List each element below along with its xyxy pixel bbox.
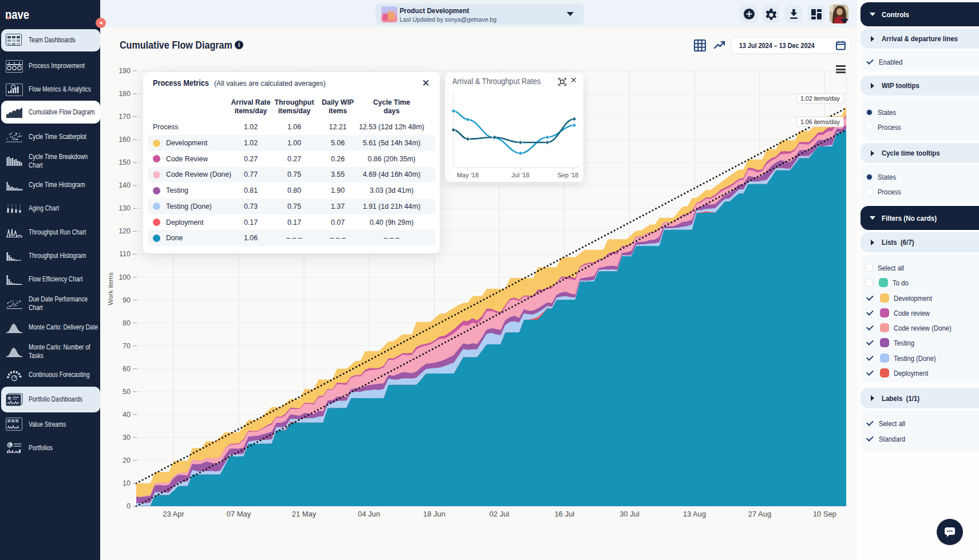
svg-text:13 Aug: 13 Aug (683, 510, 706, 518)
svg-text:180: 180 (119, 90, 131, 98)
svg-text:0: 0 (127, 502, 131, 510)
svg-text:110: 110 (119, 250, 131, 258)
svg-text:30 Jul: 30 Jul (619, 510, 639, 518)
svg-text:30: 30 (123, 434, 131, 442)
svg-text:190: 190 (119, 67, 131, 75)
svg-text:50: 50 (123, 388, 131, 396)
svg-text:18 Jun: 18 Jun (423, 510, 445, 518)
svg-text:07 May: 07 May (227, 510, 251, 518)
svg-text:60: 60 (123, 365, 131, 373)
svg-text:100: 100 (119, 273, 131, 281)
svg-text:27 Aug: 27 Aug (748, 510, 772, 518)
svg-text:120: 120 (119, 227, 131, 235)
svg-text:02 Jul: 02 Jul (490, 510, 510, 518)
svg-text:Sep '18: Sep '18 (558, 172, 579, 178)
svg-text:20: 20 (123, 456, 131, 464)
svg-text:Work items: Work items (107, 272, 114, 305)
svg-text:170: 170 (119, 113, 131, 121)
svg-text:21 May: 21 May (292, 510, 317, 518)
svg-text:May '18: May '18 (457, 172, 479, 178)
svg-text:16 Jul: 16 Jul (555, 510, 575, 518)
svg-text:Jul '18: Jul '18 (511, 172, 529, 178)
svg-text:70: 70 (123, 342, 131, 350)
svg-text:04 Jun: 04 Jun (358, 510, 380, 518)
svg-text:160: 160 (119, 136, 131, 144)
svg-text:10 Sep: 10 Sep (813, 510, 836, 518)
svg-text:130: 130 (119, 204, 131, 212)
svg-text:10: 10 (123, 479, 131, 487)
svg-text:40: 40 (123, 411, 131, 419)
svg-text:90: 90 (123, 296, 131, 304)
svg-text:150: 150 (119, 158, 131, 166)
svg-text:140: 140 (119, 181, 131, 189)
svg-text:80: 80 (123, 319, 131, 327)
svg-text:23 Apr: 23 Apr (163, 510, 184, 518)
